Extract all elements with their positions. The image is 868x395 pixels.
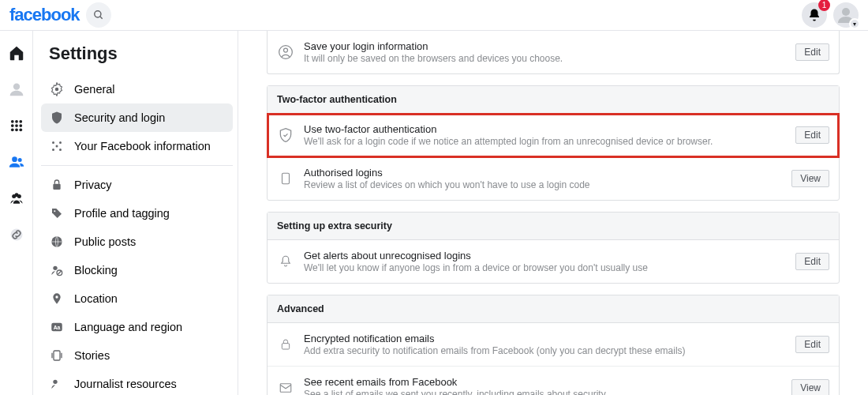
- svg-point-37: [53, 380, 57, 384]
- main-content: Save your login information It will only…: [238, 31, 868, 395]
- edit-button[interactable]: Edit: [795, 43, 829, 61]
- gear-icon: [49, 81, 65, 97]
- sidebar-item-fbinfo[interactable]: Your Facebook information: [41, 132, 233, 160]
- svg-point-24: [56, 145, 58, 148]
- svg-point-18: [10, 229, 22, 241]
- rail-groups[interactable]: [7, 189, 26, 208]
- edit-button[interactable]: Edit: [795, 336, 829, 353]
- sidebar-item-public-posts[interactable]: Public posts: [41, 228, 233, 256]
- svg-point-22: [52, 149, 54, 151]
- panel-login-info: Save your login information It will only…: [267, 31, 840, 74]
- sidebar-item-general[interactable]: General: [41, 75, 233, 103]
- sidebar-item-blocking[interactable]: Blocking: [41, 256, 233, 284]
- edit-button[interactable]: Edit: [795, 126, 829, 144]
- globe-icon: [49, 234, 65, 250]
- row-use-twofa: Use two-factor authentication We'll ask …: [268, 114, 839, 157]
- svg-point-28: [53, 266, 57, 270]
- rail-home[interactable]: [7, 43, 26, 62]
- svg-rect-43: [282, 173, 290, 184]
- link-icon: [9, 228, 24, 242]
- sidebar-item-label: Location: [74, 292, 118, 305]
- rail-link[interactable]: [7, 225, 26, 244]
- avatar-icon: [9, 81, 24, 97]
- row-title: Encrypted notification emails: [304, 333, 786, 344]
- stories-icon: [49, 348, 65, 363]
- row-authorised-logins: Authorised logins Review a list of devic…: [268, 157, 839, 200]
- header-left: facebook: [9, 2, 111, 28]
- groups-icon: [9, 190, 24, 206]
- svg-point-20: [52, 141, 54, 144]
- facebook-logo[interactable]: facebook: [9, 5, 80, 25]
- divider: [41, 165, 233, 166]
- svg-point-19: [55, 88, 59, 92]
- rail-profile[interactable]: [7, 80, 26, 99]
- svg-point-4: [10, 120, 13, 123]
- row-save-login: Save your login information It will only…: [268, 31, 839, 73]
- sidebar-item-label: Security and login: [74, 111, 165, 124]
- search-button[interactable]: [86, 2, 111, 28]
- view-button[interactable]: View: [791, 170, 829, 187]
- row-recent-emails: See recent emails from Facebook See a li…: [268, 367, 839, 395]
- sidebar-item-language[interactable]: Aa Language and region: [41, 313, 233, 341]
- svg-point-8: [15, 124, 18, 127]
- rail-grid[interactable]: [7, 116, 26, 135]
- panel-twofa: Two-factor authentication Use two-factor…: [267, 85, 840, 201]
- device-icon: [277, 170, 294, 187]
- lock-icon: [49, 177, 65, 193]
- svg-line-1: [99, 17, 102, 19]
- shield-check-icon: [277, 126, 294, 144]
- block-icon: [49, 262, 65, 278]
- tag-icon: [49, 205, 65, 221]
- svg-point-3: [13, 84, 19, 90]
- language-icon: Aa: [49, 319, 65, 335]
- row-title: Authorised logins: [304, 167, 782, 179]
- row-title: Use two-factor authentication: [304, 123, 786, 135]
- sidebar-item-label: Public posts: [74, 235, 136, 248]
- svg-point-10: [10, 128, 13, 131]
- row-title: Get alerts about unrecognised logins: [304, 250, 786, 261]
- row-encrypted-emails: Encrypted notification emails Add extra …: [268, 323, 839, 367]
- sidebar-item-label: Blocking: [74, 264, 118, 276]
- panel-heading: Advanced: [268, 295, 839, 323]
- location-icon: [49, 291, 65, 307]
- grid-icon: [9, 118, 24, 133]
- svg-text:Aa: Aa: [54, 325, 61, 330]
- notification-badge: 1: [818, 0, 830, 11]
- svg-point-0: [94, 11, 100, 17]
- journalist-icon: [49, 376, 65, 392]
- notifications-button[interactable]: 1: [802, 2, 827, 28]
- edit-button[interactable]: Edit: [795, 253, 829, 270]
- header-right: 1 ▾: [802, 2, 859, 28]
- row-desc: It will only be saved on the browsers an…: [304, 53, 786, 64]
- sidebar-item-journalist[interactable]: Journalist resources: [41, 370, 233, 395]
- svg-point-21: [59, 141, 62, 144]
- svg-point-7: [10, 124, 13, 127]
- svg-rect-25: [53, 184, 60, 190]
- sidebar-item-label: Privacy: [74, 179, 112, 191]
- sidebar-item-privacy[interactable]: Privacy: [41, 171, 233, 199]
- sidebar-item-label: Language and region: [74, 321, 182, 333]
- bell-icon: [807, 8, 821, 22]
- bell-outline-icon: [277, 253, 294, 270]
- svg-point-17: [14, 193, 18, 197]
- person-circle-icon: [277, 43, 294, 61]
- svg-point-26: [54, 210, 55, 212]
- sidebar-item-profile-tagging[interactable]: Profile and tagging: [41, 199, 233, 228]
- svg-point-12: [19, 128, 22, 131]
- svg-point-11: [15, 128, 18, 131]
- sidebar-item-label: Journalist resources: [74, 378, 177, 390]
- account-menu[interactable]: ▾: [833, 2, 859, 28]
- svg-point-23: [59, 149, 62, 151]
- panel-heading: Setting up extra security: [268, 213, 839, 240]
- svg-rect-34: [54, 351, 60, 360]
- sidebar-item-stories[interactable]: Stories: [41, 341, 233, 370]
- lock-outline-icon: [277, 336, 294, 353]
- row-desc: Review a list of devices on which you wo…: [304, 179, 782, 190]
- sidebar-item-security[interactable]: Security and login: [41, 103, 233, 132]
- left-rail: [0, 31, 33, 395]
- rail-friends[interactable]: [7, 152, 26, 171]
- sidebar-item-location[interactable]: Location: [41, 284, 233, 313]
- row-desc: We'll ask for a login code if we notice …: [304, 136, 786, 147]
- view-button[interactable]: View: [791, 379, 829, 395]
- row-title: See recent emails from Facebook: [304, 376, 782, 388]
